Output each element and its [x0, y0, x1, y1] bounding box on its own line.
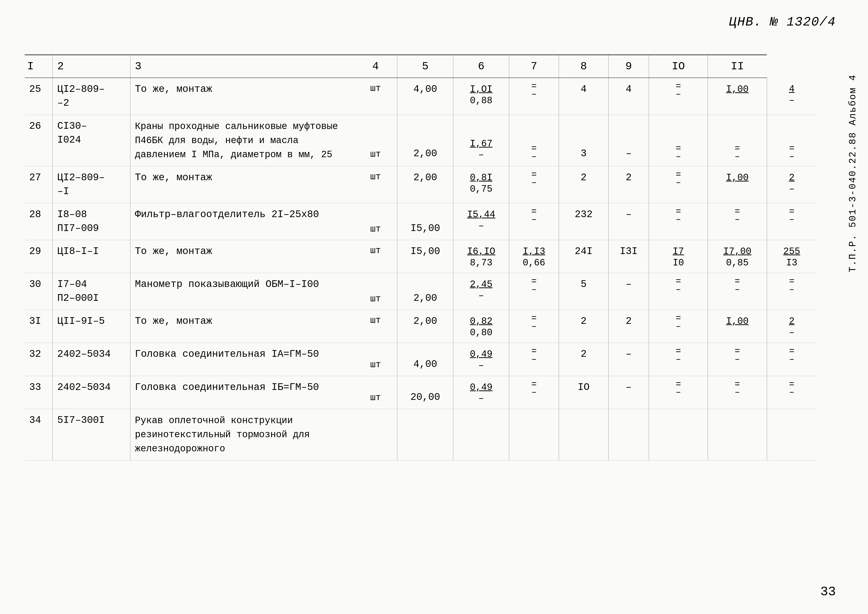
row-col7: 2	[559, 310, 608, 343]
row-qty: 2,00	[397, 273, 453, 310]
row-col8	[608, 409, 649, 460]
header-col-3: 3	[130, 55, 354, 78]
header-col-11: II	[708, 55, 767, 78]
header-col-8: 8	[559, 55, 608, 78]
row-desc: Фильтр–влагоотделитель 2I–25х80	[130, 203, 354, 240]
row-col7: 4	[559, 78, 608, 115]
row-num: 3I	[25, 310, 53, 343]
header-col-4: 4	[354, 55, 397, 78]
row-code: I8–08ПI7–009	[53, 203, 130, 240]
row-qty: 2,00	[397, 115, 453, 166]
row-qty: 20,00	[397, 376, 453, 409]
row-num: 28	[25, 203, 53, 240]
row-unit: шт	[354, 273, 397, 310]
table-row: 33 2402–5034 Головка соединительная IБ=Г…	[25, 376, 817, 409]
row-col6: =–	[509, 376, 559, 409]
table-row: 3I ЦII–9I–5 То же, монтаж шт 2,00 0,82 0…	[25, 310, 817, 343]
table-row: 29 ЦI8–I–I То же, монтаж шт I5,00 I6,IO …	[25, 240, 817, 273]
row-col5: 0,49 –	[453, 343, 509, 376]
row-col6: =–	[509, 78, 559, 115]
row-col6: I,I3 0,66	[509, 240, 559, 273]
row-col10: =–	[708, 376, 767, 409]
row-code: CI30–I024	[53, 115, 130, 166]
row-num: 30	[25, 273, 53, 310]
row-col9: =–	[649, 203, 708, 240]
row-unit: шт	[354, 115, 397, 166]
header-col-5: 5	[397, 55, 453, 78]
row-col7: 2	[559, 343, 608, 376]
row-col8: –	[608, 273, 649, 310]
row-unit: шт	[354, 78, 397, 115]
row-col5	[453, 409, 509, 460]
header-col-7: 7	[509, 55, 559, 78]
row-col8: 4	[608, 78, 649, 115]
row-desc: То же, монтаж	[130, 166, 354, 203]
row-col7: IO	[559, 376, 608, 409]
row-code: 2402–5034	[53, 343, 130, 376]
row-code: ЦI2–809––2	[53, 78, 130, 115]
row-col5: I,67 –	[453, 115, 509, 166]
row-col11: =–	[767, 376, 817, 409]
table-header-row: I 2 3 4 5 6 7 8 9 IO II	[25, 55, 817, 78]
page-number: 33	[820, 584, 836, 599]
row-col11: =–	[767, 273, 817, 310]
row-col9: I7 I0	[649, 240, 708, 273]
table-row: 27 ЦI2–809––I То же, монтаж шт 2,00 0,8I…	[25, 166, 817, 203]
row-unit: шт	[354, 240, 397, 273]
row-unit: шт	[354, 343, 397, 376]
row-unit: шт	[354, 203, 397, 240]
row-code: I7–04П2–000I	[53, 273, 130, 310]
row-col8: –	[608, 343, 649, 376]
row-qty: I5,00	[397, 240, 453, 273]
row-num: 29	[25, 240, 53, 273]
row-unit	[354, 409, 397, 460]
row-col10: I,00	[708, 310, 767, 343]
row-unit: шт	[354, 310, 397, 343]
row-desc: То же, монтаж	[130, 240, 354, 273]
row-desc: То же, монтаж	[130, 310, 354, 343]
header-col-10: IO	[649, 55, 708, 78]
row-col5: 0,82 0,80	[453, 310, 509, 343]
row-col6: =–	[509, 273, 559, 310]
row-col6	[509, 409, 559, 460]
table-row: 25 ЦI2–809––2 То же, монтаж шт 4,00 I,OI…	[25, 78, 817, 115]
row-col5: I5,44 –	[453, 203, 509, 240]
row-qty: 4,00	[397, 78, 453, 115]
row-col10: =–	[708, 203, 767, 240]
row-col5: I,OI 0,88	[453, 78, 509, 115]
row-col10: =–	[708, 115, 767, 166]
header-col-6: 6	[453, 55, 509, 78]
row-unit: шт	[354, 166, 397, 203]
row-code: ЦII–9I–5	[53, 310, 130, 343]
row-col5: 0,49 –	[453, 376, 509, 409]
row-col6: =–	[509, 115, 559, 166]
row-col8: I3I	[608, 240, 649, 273]
row-col11: 2–	[767, 310, 817, 343]
row-col9: =–	[649, 78, 708, 115]
row-col11: 4–	[767, 78, 817, 115]
row-col5: 0,8I 0,75	[453, 166, 509, 203]
right-side-label: Т.П.Р. 501-3-040.22.88 Альбом 4	[848, 74, 858, 272]
row-num: 26	[25, 115, 53, 166]
table-row: 34 5I7–300I Рукав оплеточной конструкции…	[25, 409, 817, 460]
row-col5: 2,45 –	[453, 273, 509, 310]
row-desc: Манометр показывающий ОБМ–I–I00	[130, 273, 354, 310]
row-num: 34	[25, 409, 53, 460]
table-row: 26 CI30–I024 Краны проходные сальниковые…	[25, 115, 817, 166]
row-qty: I5,00	[397, 203, 453, 240]
table-row: 28 I8–08ПI7–009 Фильтр–влагоотделитель 2…	[25, 203, 817, 240]
row-desc: Головка соединительная IА=ГМ–50	[130, 343, 354, 376]
row-unit: шт	[354, 376, 397, 409]
row-col10: =–	[708, 343, 767, 376]
row-col9: =–	[649, 166, 708, 203]
data-table: I 2 3 4 5 6 7 8 9 IO II 25 ЦI2–809––2	[25, 54, 817, 460]
row-num: 32	[25, 343, 53, 376]
row-num: 27	[25, 166, 53, 203]
row-col6: =–	[509, 166, 559, 203]
row-col11: =–	[767, 115, 817, 166]
header-col-2: 2	[53, 55, 130, 78]
row-col11: 255 I3	[767, 240, 817, 273]
row-col6: =–	[509, 203, 559, 240]
row-num: 25	[25, 78, 53, 115]
row-col7: 232	[559, 203, 608, 240]
